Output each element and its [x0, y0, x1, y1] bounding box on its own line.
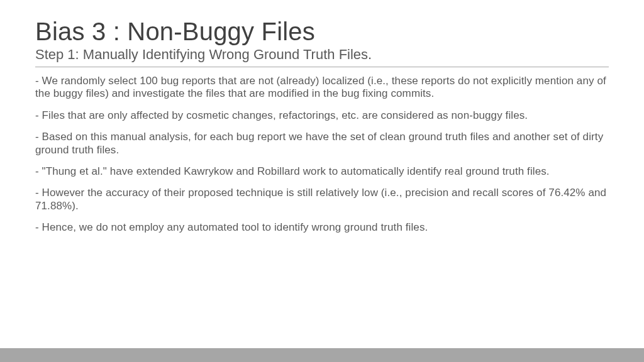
body-paragraph: - Based on this manual analysis, for eac… [35, 131, 609, 156]
footer-bar [0, 348, 644, 362]
body-paragraph: - We randomly select 100 bug reports tha… [35, 75, 609, 101]
body-paragraph: - However the accuracy of their proposed… [35, 187, 609, 212]
slide-subtitle: Step 1: Manually Identifying Wrong Groun… [35, 47, 609, 67]
body-paragraph: - Files that are only affected by cosmet… [35, 109, 609, 122]
slide: Bias 3 : Non-Buggy Files Step 1: Manuall… [0, 0, 644, 362]
body-paragraph: - Hence, we do not employ any automated … [35, 221, 609, 234]
slide-title: Bias 3 : Non-Buggy Files [35, 18, 609, 45]
body-paragraph: - "Thung et al." have extended Kawrykow … [35, 165, 609, 178]
slide-body: - We randomly select 100 bug reports tha… [35, 75, 609, 234]
